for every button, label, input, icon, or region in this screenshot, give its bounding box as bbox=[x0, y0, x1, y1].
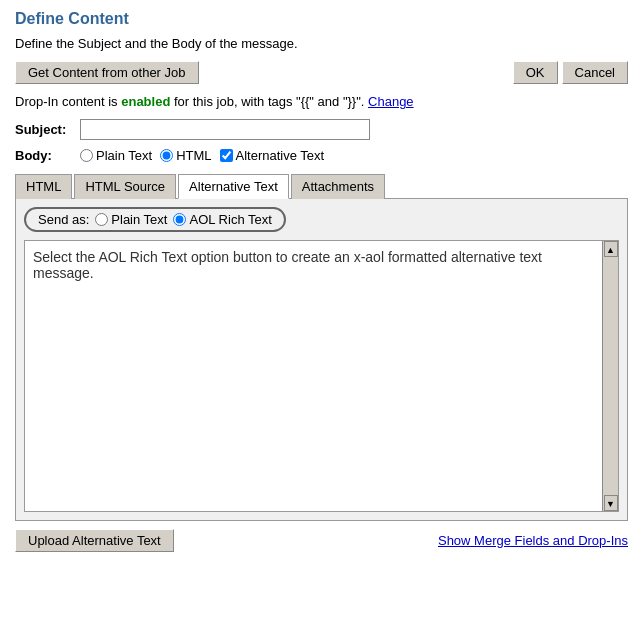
tab-attachments[interactable]: Attachments bbox=[291, 174, 385, 199]
body-alt-text-checkbox[interactable] bbox=[220, 149, 233, 162]
subject-row: Subject: bbox=[15, 119, 628, 140]
body-html-label: HTML bbox=[176, 148, 211, 163]
dropin-notice: Drop-In content is enabled for this job,… bbox=[15, 94, 628, 109]
body-alt-text-option[interactable]: Alternative Text bbox=[220, 148, 325, 163]
body-html-option[interactable]: HTML bbox=[160, 148, 211, 163]
send-as-label: Send as: bbox=[38, 212, 89, 227]
show-merge-fields-link[interactable]: Show Merge Fields and Drop-Ins bbox=[438, 533, 628, 548]
body-row: Body: Plain Text HTML Alternative Text bbox=[15, 148, 628, 163]
tab-html-source[interactable]: HTML Source bbox=[74, 174, 176, 199]
subtitle: Define the Subject and the Body of the m… bbox=[15, 36, 628, 51]
dropin-change-link[interactable]: Change bbox=[368, 94, 414, 109]
body-label: Body: bbox=[15, 148, 75, 163]
body-alt-text-label: Alternative Text bbox=[236, 148, 325, 163]
bottom-bar: Upload Alternative Text Show Merge Field… bbox=[15, 529, 628, 552]
dropin-prefix: Drop-In content is bbox=[15, 94, 121, 109]
textarea-wrapper: Select the AOL Rich Text option button t… bbox=[24, 240, 619, 512]
subject-label: Subject: bbox=[15, 122, 75, 137]
scrollbar[interactable]: ▲ ▼ bbox=[602, 241, 618, 511]
send-as-plain-label: Plain Text bbox=[111, 212, 167, 227]
page-container: Define Content Define the Subject and th… bbox=[0, 0, 643, 562]
scrollbar-up[interactable]: ▲ bbox=[604, 241, 618, 257]
send-as-aol-radio[interactable] bbox=[173, 213, 186, 226]
tab-alternative-text[interactable]: Alternative Text bbox=[178, 174, 289, 199]
scrollbar-down[interactable]: ▼ bbox=[604, 495, 618, 511]
send-as-plain-text-option[interactable]: Plain Text bbox=[95, 212, 167, 227]
dropin-middle: for this job, with tags "{{" and "}}". bbox=[170, 94, 364, 109]
top-bar-right: OK Cancel bbox=[513, 61, 628, 84]
page-title: Define Content bbox=[15, 10, 628, 28]
alt-text-content[interactable]: Select the AOL Rich Text option button t… bbox=[25, 241, 618, 511]
get-content-button[interactable]: Get Content from other Job bbox=[15, 61, 199, 84]
content-panel: Send as: Plain Text AOL Rich Text Select… bbox=[15, 199, 628, 521]
tab-html[interactable]: HTML bbox=[15, 174, 72, 199]
tabs-container: HTML HTML Source Alternative Text Attach… bbox=[15, 173, 628, 521]
upload-alt-text-button[interactable]: Upload Alternative Text bbox=[15, 529, 174, 552]
top-bar: Get Content from other Job OK Cancel bbox=[15, 61, 628, 84]
send-as-row: Send as: Plain Text AOL Rich Text bbox=[24, 207, 286, 232]
body-plain-text-option[interactable]: Plain Text bbox=[80, 148, 152, 163]
subject-input[interactable] bbox=[80, 119, 370, 140]
body-plain-text-label: Plain Text bbox=[96, 148, 152, 163]
cancel-button[interactable]: Cancel bbox=[562, 61, 628, 84]
dropin-enabled: enabled bbox=[121, 94, 170, 109]
body-options: Plain Text HTML Alternative Text bbox=[80, 148, 324, 163]
body-plain-text-radio[interactable] bbox=[80, 149, 93, 162]
ok-button[interactable]: OK bbox=[513, 61, 558, 84]
send-as-plain-radio[interactable] bbox=[95, 213, 108, 226]
send-as-aol-option[interactable]: AOL Rich Text bbox=[173, 212, 271, 227]
body-html-radio[interactable] bbox=[160, 149, 173, 162]
send-as-aol-label: AOL Rich Text bbox=[189, 212, 271, 227]
tabs-row: HTML HTML Source Alternative Text Attach… bbox=[15, 173, 628, 199]
